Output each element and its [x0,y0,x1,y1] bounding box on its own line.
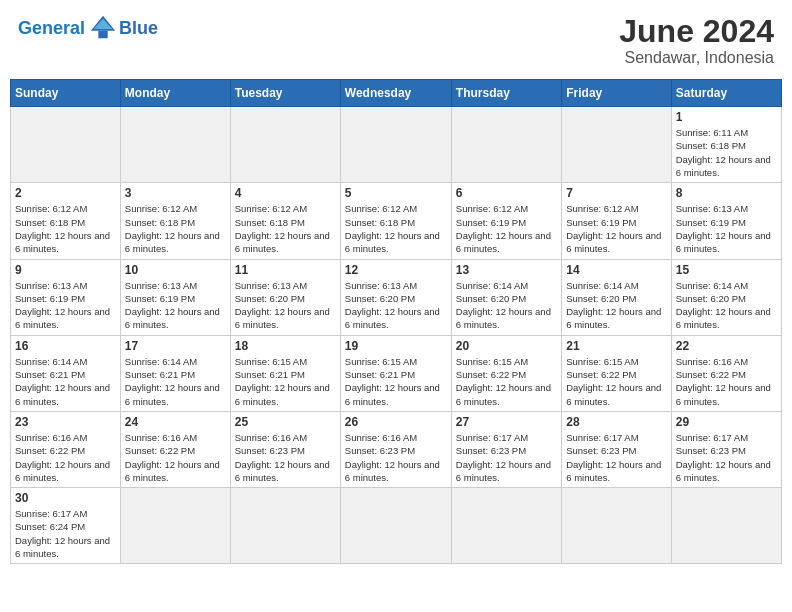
location: Sendawar, Indonesia [619,49,774,67]
empty-cell [120,488,230,564]
empty-cell [230,107,340,183]
logo-general: General [18,18,85,38]
day-14: 14 Sunrise: 6:14 AMSunset: 6:20 PMDaylig… [562,259,671,335]
calendar-row-2: 2 Sunrise: 6:12 AMSunset: 6:18 PMDayligh… [11,183,782,259]
calendar-row-4: 16 Sunrise: 6:14 AMSunset: 6:21 PMDaylig… [11,335,782,411]
logo: General Blue [18,14,158,42]
day-18: 18 Sunrise: 6:15 AMSunset: 6:21 PMDaylig… [230,335,340,411]
col-monday: Monday [120,80,230,107]
day-2: 2 Sunrise: 6:12 AMSunset: 6:18 PMDayligh… [11,183,121,259]
col-sunday: Sunday [11,80,121,107]
empty-cell [340,488,451,564]
svg-rect-1 [98,31,107,38]
day-24: 24 Sunrise: 6:16 AMSunset: 6:22 PMDaylig… [120,411,230,487]
calendar-header-row: Sunday Monday Tuesday Wednesday Thursday… [11,80,782,107]
day-20: 20 Sunrise: 6:15 AMSunset: 6:22 PMDaylig… [451,335,561,411]
day-13: 13 Sunrise: 6:14 AMSunset: 6:20 PMDaylig… [451,259,561,335]
empty-cell [451,107,561,183]
col-thursday: Thursday [451,80,561,107]
day-1: 1 Sunrise: 6:11 AM Sunset: 6:18 PM Dayli… [671,107,781,183]
day-7: 7 Sunrise: 6:12 AMSunset: 6:19 PMDayligh… [562,183,671,259]
col-saturday: Saturday [671,80,781,107]
day-3: 3 Sunrise: 6:12 AMSunset: 6:18 PMDayligh… [120,183,230,259]
empty-cell [671,488,781,564]
day-29: 29 Sunrise: 6:17 AMSunset: 6:23 PMDaylig… [671,411,781,487]
day-28: 28 Sunrise: 6:17 AMSunset: 6:23 PMDaylig… [562,411,671,487]
day-5: 5 Sunrise: 6:12 AMSunset: 6:18 PMDayligh… [340,183,451,259]
day-16: 16 Sunrise: 6:14 AMSunset: 6:21 PMDaylig… [11,335,121,411]
empty-cell [451,488,561,564]
calendar-row-5: 23 Sunrise: 6:16 AMSunset: 6:22 PMDaylig… [11,411,782,487]
sunrise-label: Sunrise: [676,127,711,138]
empty-cell [340,107,451,183]
col-friday: Friday [562,80,671,107]
day-21: 21 Sunrise: 6:15 AMSunset: 6:22 PMDaylig… [562,335,671,411]
title-block: June 2024 Sendawar, Indonesia [619,14,774,67]
day-25: 25 Sunrise: 6:16 AMSunset: 6:23 PMDaylig… [230,411,340,487]
day-15: 15 Sunrise: 6:14 AMSunset: 6:20 PMDaylig… [671,259,781,335]
calendar-row-3: 9 Sunrise: 6:13 AMSunset: 6:19 PMDayligh… [11,259,782,335]
col-tuesday: Tuesday [230,80,340,107]
day-19: 19 Sunrise: 6:15 AMSunset: 6:21 PMDaylig… [340,335,451,411]
day-11: 11 Sunrise: 6:13 AMSunset: 6:20 PMDaylig… [230,259,340,335]
day-12: 12 Sunrise: 6:13 AMSunset: 6:20 PMDaylig… [340,259,451,335]
day-23: 23 Sunrise: 6:16 AMSunset: 6:22 PMDaylig… [11,411,121,487]
page-header: General Blue June 2024 Sendawar, Indones… [10,10,782,71]
day-17: 17 Sunrise: 6:14 AMSunset: 6:21 PMDaylig… [120,335,230,411]
day-27: 27 Sunrise: 6:17 AMSunset: 6:23 PMDaylig… [451,411,561,487]
empty-cell [11,107,121,183]
day-number-1: 1 [676,110,777,124]
day-9: 9 Sunrise: 6:13 AMSunset: 6:19 PMDayligh… [11,259,121,335]
day-8: 8 Sunrise: 6:13 AMSunset: 6:19 PMDayligh… [671,183,781,259]
svg-marker-2 [94,19,113,29]
calendar-row-1: 1 Sunrise: 6:11 AM Sunset: 6:18 PM Dayli… [11,107,782,183]
sunset-label: Sunset: [676,140,708,151]
empty-cell [562,107,671,183]
empty-cell [562,488,671,564]
empty-cell [230,488,340,564]
logo-text: General [18,18,85,39]
calendar-row-6: 30 Sunrise: 6:17 AMSunset: 6:24 PMDaylig… [11,488,782,564]
sunrise-1: 6:11 AM [713,127,748,138]
day-30: 30 Sunrise: 6:17 AMSunset: 6:24 PMDaylig… [11,488,121,564]
day-22: 22 Sunrise: 6:16 AMSunset: 6:22 PMDaylig… [671,335,781,411]
logo-blue-text: Blue [119,18,158,39]
month-year: June 2024 [619,14,774,49]
col-wednesday: Wednesday [340,80,451,107]
logo-icon [89,14,117,42]
day-6: 6 Sunrise: 6:12 AMSunset: 6:19 PMDayligh… [451,183,561,259]
day-4: 4 Sunrise: 6:12 AMSunset: 6:18 PMDayligh… [230,183,340,259]
empty-cell [120,107,230,183]
calendar-table: Sunday Monday Tuesday Wednesday Thursday… [10,79,782,564]
sunset-1: 6:18 PM [711,140,746,151]
day-26: 26 Sunrise: 6:16 AMSunset: 6:23 PMDaylig… [340,411,451,487]
daylight-label: Daylight: [676,154,713,165]
day-info-1: Sunrise: 6:11 AM Sunset: 6:18 PM Dayligh… [676,126,777,179]
day-10: 10 Sunrise: 6:13 AMSunset: 6:19 PMDaylig… [120,259,230,335]
